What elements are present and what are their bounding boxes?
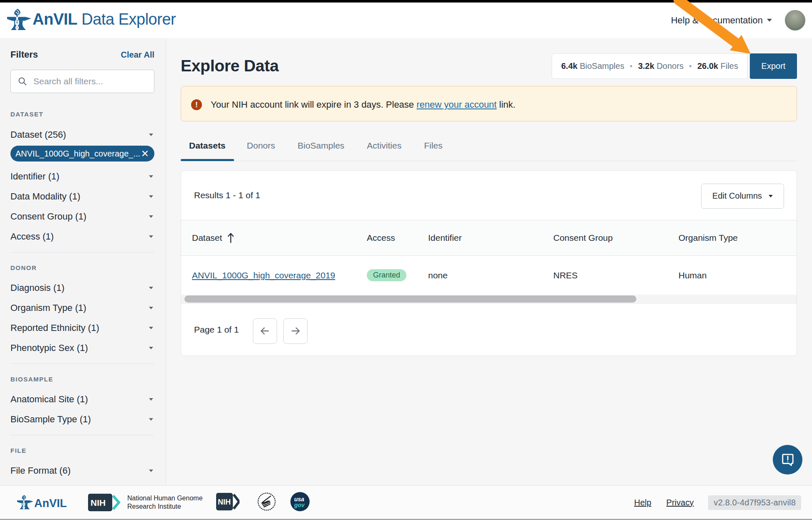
svg-text:AnVIL: AnVIL xyxy=(34,497,67,510)
svg-text:NIH: NIH xyxy=(91,498,106,507)
svg-text:NIH: NIH xyxy=(218,498,231,506)
svg-text:gov: gov xyxy=(294,502,305,508)
